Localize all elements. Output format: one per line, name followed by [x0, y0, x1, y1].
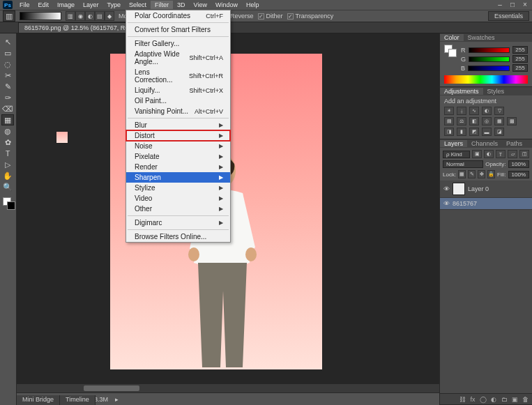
menu-image[interactable]: Image [53, 1, 79, 9]
gradient-radial-button[interactable]: ◉ [75, 11, 85, 21]
gradient-angle-button[interactable]: ◐ [85, 11, 95, 21]
layer-row[interactable]: 👁 Layer 0 [440, 181, 532, 198]
adj-invert-icon[interactable]: ◨ [444, 128, 454, 136]
menu-select[interactable]: Select [125, 1, 151, 9]
spectrum-bar[interactable] [444, 75, 528, 84]
filter-shape-icon[interactable]: ▱ [508, 150, 517, 158]
tab-channels[interactable]: Channels [467, 140, 502, 147]
adj-poster-icon[interactable]: ▮ [457, 128, 466, 136]
menu-layer[interactable]: Layer [79, 1, 103, 9]
menu-item-convert-for-smart-filters[interactable]: Convert for Smart Filters [126, 24, 230, 35]
menu-item-vanishing-point[interactable]: Vanishing Point...Alt+Ctrl+V [126, 106, 230, 116]
tool-12[interactable]: ✋ [1, 170, 14, 181]
menu-item-adaptive-wide-angle[interactable]: Adaptive Wide Angle...Shift+Ctrl+A [126, 49, 230, 67]
adj-levels-icon[interactable]: ⟊ [457, 107, 466, 115]
background-swatch[interactable] [7, 201, 15, 210]
fx-icon[interactable]: fx [469, 395, 477, 404]
workspace-switcher[interactable]: Essentials [488, 11, 529, 21]
adj-gradmap-icon[interactable]: ▬ [482, 128, 492, 136]
tab-timeline[interactable]: Timeline [60, 395, 96, 405]
adj-hue-icon[interactable]: ▤ [444, 117, 454, 125]
tool-preset-button[interactable]: ▥ [3, 10, 15, 22]
menu-help[interactable]: Help [242, 1, 264, 9]
filter-adj-icon[interactable]: ◐ [484, 150, 494, 158]
tool-11[interactable]: ▷ [1, 159, 14, 170]
menu-item-other[interactable]: Other▶ [126, 204, 230, 214]
tool-2[interactable]: ◌ [1, 59, 14, 70]
tool-8[interactable]: ◍ [1, 125, 14, 137]
layer-row[interactable]: 👁 8615767 [440, 198, 532, 210]
fill-input[interactable]: 100% [508, 171, 529, 178]
menu-item-lens-correction[interactable]: Lens Correction...Shift+Ctrl+R [126, 67, 230, 85]
tab-swatches[interactable]: Swatches [464, 34, 499, 41]
menu-file[interactable]: File [15, 1, 34, 9]
menu-item-video[interactable]: Video▶ [126, 193, 230, 204]
layer-filter-select[interactable]: ρ Kind [443, 151, 470, 158]
tool-13[interactable]: 🔍 [1, 181, 14, 192]
adj-selcolor-icon[interactable]: ◪ [494, 128, 504, 136]
tab-mini-bridge[interactable]: Mini Bridge [17, 395, 60, 405]
menu-item-liquify[interactable]: Liquify...Shift+Ctrl+X [126, 85, 230, 95]
lock-all-icon[interactable]: 🔒 [487, 170, 495, 178]
menu-item-blur[interactable]: Blur▶ [126, 120, 230, 130]
menu-window[interactable]: Window [211, 1, 242, 9]
menu-item-noise[interactable]: Noise▶ [126, 141, 230, 151]
dither-checkbox[interactable]: Dither [258, 13, 283, 20]
menu-item-sharpen[interactable]: Sharpen▶ [126, 172, 230, 183]
new-layer-icon[interactable]: ▣ [510, 395, 519, 404]
lock-pos-icon[interactable]: ✥ [478, 170, 485, 178]
link-layers-icon[interactable]: ⛓ [458, 395, 466, 404]
tab-paths[interactable]: Paths [502, 140, 526, 147]
horizontal-scrollbar[interactable] [17, 384, 439, 392]
tool-7[interactable]: ▦ [1, 114, 14, 125]
b-value[interactable]: 255 [512, 64, 528, 72]
g-value[interactable]: 255 [512, 55, 528, 63]
filter-type-icon[interactable]: T [496, 150, 506, 158]
adj-mixer-icon[interactable]: ▦ [494, 117, 504, 125]
filter-pixel-icon[interactable]: ▣ [472, 150, 482, 158]
delete-layer-icon[interactable]: 🗑 [521, 395, 529, 404]
tab-adjustments[interactable]: Adjustments [440, 88, 483, 95]
layer-name[interactable]: Layer 0 [468, 185, 489, 192]
lock-pixels-icon[interactable]: ✎ [468, 170, 476, 178]
g-slider[interactable] [469, 56, 510, 62]
tool-1[interactable]: ▭ [1, 47, 14, 59]
layer-thumbnail[interactable] [56, 131, 68, 144]
r-value[interactable]: 255 [512, 46, 528, 54]
menu-view[interactable]: View [190, 1, 211, 9]
menu-item-oil-paint[interactable]: Oil Paint... [126, 95, 230, 106]
status-arrow-icon[interactable]: ▸ [115, 396, 119, 403]
filter-smart-icon[interactable]: ◫ [519, 150, 529, 158]
menu-edit[interactable]: Edit [34, 1, 54, 9]
adj-bw-icon[interactable]: ◧ [469, 117, 479, 125]
adj-balance-icon[interactable]: ⚖ [457, 117, 466, 125]
r-slider[interactable] [469, 47, 510, 53]
gradient-diamond-button[interactable]: ◆ [105, 11, 114, 21]
maximize-button[interactable]: □ [508, 0, 517, 8]
group-icon[interactable]: 🗀 [500, 395, 508, 404]
menu-filter[interactable]: Filter [151, 1, 173, 9]
tab-styles[interactable]: Styles [483, 88, 509, 95]
menu-item-polar-coordinates[interactable]: Polar CoordinatesCtrl+F [126, 10, 230, 21]
visibility-icon[interactable]: 👁 [443, 185, 450, 192]
mask-icon[interactable]: ◯ [479, 395, 487, 404]
tool-6[interactable]: ⌫ [1, 103, 14, 114]
transparency-checkbox[interactable]: Transparency [287, 13, 334, 20]
tool-10[interactable]: T [1, 148, 14, 159]
tool-3[interactable]: ✂ [1, 70, 14, 81]
menu-type[interactable]: Type [103, 1, 126, 9]
tool-9[interactable]: ✿ [1, 137, 14, 148]
adj-brightness-icon[interactable]: ☀ [444, 107, 454, 115]
tab-layers[interactable]: Layers [440, 140, 467, 147]
layer-name[interactable]: 8615767 [453, 200, 477, 207]
tool-5[interactable]: ✑ [1, 92, 14, 103]
color-swatch-pair[interactable] [444, 45, 458, 59]
layer-thumbnail[interactable] [453, 183, 465, 195]
blend-mode-select-layers[interactable]: Normal [443, 160, 483, 168]
adj-lookup-icon[interactable]: ▩ [507, 117, 517, 125]
menu-item-digimarc[interactable]: Digimarc▶ [126, 217, 230, 228]
gradient-linear-button[interactable]: ▥ [66, 11, 75, 21]
adjustment-layer-icon[interactable]: ◐ [489, 395, 498, 404]
visibility-icon[interactable]: 👁 [443, 200, 450, 207]
gradient-reflected-button[interactable]: ▤ [95, 11, 105, 21]
